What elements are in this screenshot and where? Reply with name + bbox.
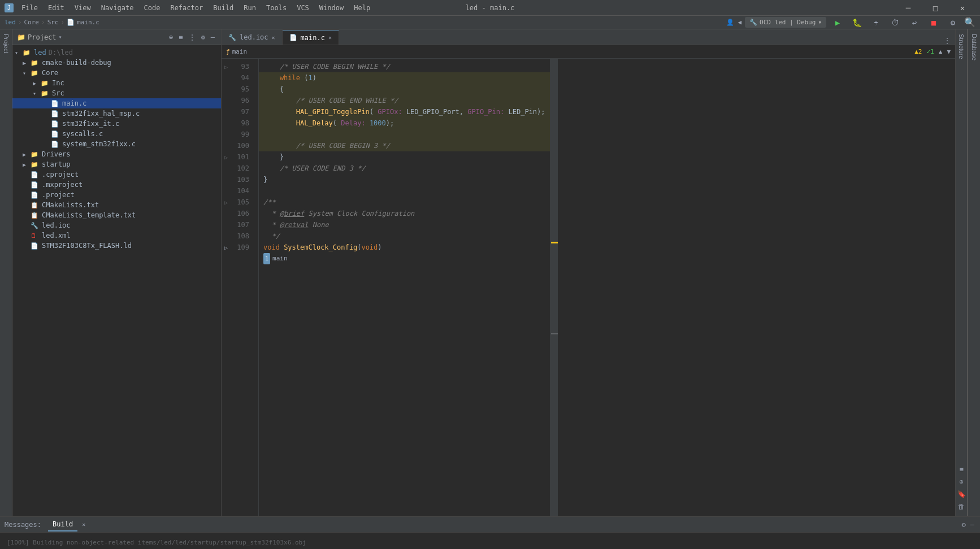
editor-breadcrumb-main[interactable]: main bbox=[232, 48, 248, 55]
hide-icon[interactable]: — bbox=[209, 32, 216, 42]
breadcrumb-item-mainc[interactable]: 📄 main.c bbox=[67, 19, 99, 26]
tab-icon: 🔧 bbox=[228, 34, 236, 41]
structure-icon-2[interactable]: ⊕ bbox=[958, 477, 964, 487]
tree-item-syscalls[interactable]: 📄 syscalls.c bbox=[12, 129, 221, 139]
breadcrumb-sep: › bbox=[18, 19, 22, 26]
run-button[interactable]: ▶ bbox=[830, 15, 845, 30]
menu-refactor[interactable]: Refactor bbox=[166, 3, 207, 13]
search-icon[interactable]: 🔍 bbox=[964, 17, 975, 28]
bookmarks-icon[interactable]: 🔖 bbox=[956, 489, 967, 499]
debug-config-selector[interactable]: 🔧 OCD led | Debug ▾ bbox=[745, 17, 826, 28]
minimize-button[interactable]: ─ bbox=[895, 0, 921, 16]
profile-button[interactable]: ⏱ bbox=[887, 15, 903, 30]
menu-code[interactable]: Code bbox=[140, 3, 165, 13]
trash-icon[interactable]: 🗑 bbox=[957, 502, 966, 512]
tab-label: led.ioc bbox=[240, 33, 268, 41]
close-button[interactable]: ✕ bbox=[949, 0, 975, 16]
tree-item-startup[interactable]: ▶ 📁 startup bbox=[12, 159, 221, 169]
menu-view[interactable]: View bbox=[70, 3, 96, 13]
tree-item-project[interactable]: 📄 .project bbox=[12, 190, 221, 200]
tree-item-flash-ld[interactable]: 📄 STM32F103C8Tx_FLASH.ld bbox=[12, 241, 221, 251]
chevron-down-icon[interactable]: ▾ bbox=[59, 34, 62, 40]
tree-item-mainc[interactable]: 📄 main.c bbox=[12, 98, 221, 108]
messages-tab-bar: Messages: Build ✕ ⚙ — bbox=[0, 517, 980, 533]
menu-file[interactable]: File bbox=[17, 3, 42, 13]
run-gutter[interactable]: ▷ bbox=[222, 242, 231, 253]
tree-item-led-ioc[interactable]: 🔧 led.ioc bbox=[12, 220, 221, 230]
msg-line-scroll: [100%] Building non-object-related items… bbox=[7, 537, 973, 548]
editor-breadcrumb-icon: ƒ bbox=[226, 48, 230, 55]
line-num-98: 98 bbox=[231, 117, 254, 129]
debug-button[interactable]: 🐛 bbox=[849, 15, 865, 30]
maximize-button[interactable]: □ bbox=[922, 0, 948, 16]
coverage-button[interactable]: ☂ bbox=[868, 15, 884, 30]
tree-item-cmake-build[interactable]: ▶ 📁 cmake-build-debug bbox=[12, 58, 221, 68]
tab-icon: 📄 bbox=[289, 34, 297, 41]
stop-button[interactable]: ■ bbox=[926, 15, 942, 30]
code-line-109: void SystemClock_Config(void) bbox=[259, 242, 550, 253]
tree-item-led-xml[interactable]: 🗒 led.xml bbox=[12, 230, 221, 241]
menu-edit[interactable]: Edit bbox=[44, 3, 69, 13]
menu-vcs[interactable]: VCS bbox=[292, 3, 314, 13]
warning-count[interactable]: ▲2 bbox=[914, 48, 922, 55]
project-sidebar-tab[interactable]: Project bbox=[0, 29, 12, 516]
arrow-right: ▶ bbox=[23, 162, 31, 168]
breadcrumb-item-core[interactable]: Core bbox=[24, 19, 40, 26]
close-panel-icon[interactable]: — bbox=[969, 520, 975, 530]
editor-content[interactable]: ▷ ▷ ▷ ▷ bbox=[222, 59, 955, 516]
scroll-down-icon[interactable]: ▼ bbox=[947, 48, 951, 55]
structure-icon-1[interactable]: ≡ bbox=[958, 464, 964, 474]
database-sidebar-tab[interactable]: Database bbox=[968, 29, 980, 516]
tab-close-icon[interactable]: ✕ bbox=[272, 34, 275, 41]
more-tabs-icon[interactable]: ⋮ bbox=[939, 37, 955, 45]
breadcrumb-item-led[interactable]: led bbox=[5, 19, 16, 26]
tab-close-icon[interactable]: ✕ bbox=[328, 34, 332, 41]
profile-icon[interactable]: 👤 bbox=[726, 19, 734, 26]
line-num-109: 109 bbox=[231, 242, 254, 253]
breadcrumb-item-src[interactable]: Src bbox=[47, 19, 59, 26]
structure-label[interactable]: Structure bbox=[957, 29, 966, 64]
code-line-106: * @brief System Clock Configuration bbox=[259, 208, 550, 219]
menu-window[interactable]: Window bbox=[315, 3, 348, 13]
settings-icon[interactable]: ⚙ bbox=[200, 32, 207, 42]
fold-marker[interactable]: ▷ bbox=[222, 61, 231, 72]
tree-item-system[interactable]: 📄 system_stm32f1xx.c bbox=[12, 139, 221, 149]
fold-marker[interactable]: ▷ bbox=[222, 197, 231, 208]
back-icon[interactable]: ◀ bbox=[738, 19, 741, 26]
ld-file-icon: 📄 bbox=[31, 242, 40, 250]
settings-icon[interactable]: ⚙ bbox=[961, 520, 967, 530]
tab-main-c[interactable]: 📄 main.c ✕ bbox=[283, 30, 339, 45]
build-tab-close[interactable]: ✕ bbox=[82, 521, 85, 528]
fold-marker[interactable]: ▷ bbox=[222, 151, 231, 163]
build-tab[interactable]: Build bbox=[48, 518, 77, 531]
expand-icon[interactable]: ⋮ bbox=[187, 32, 197, 42]
step-over[interactable]: ↩ bbox=[907, 15, 922, 30]
menu-build[interactable]: Build bbox=[209, 3, 238, 13]
tree-item-hal-msp[interactable]: 📄 stm32f1xx_hal_msp.c bbox=[12, 108, 221, 119]
tree-item-inc[interactable]: ▶ 📁 Inc bbox=[12, 78, 221, 88]
menu-tools[interactable]: Tools bbox=[262, 3, 291, 13]
settings-button[interactable]: ⚙ bbox=[945, 15, 961, 30]
tree-item-cproject[interactable]: 📄 .cproject bbox=[12, 169, 221, 180]
tree-item-cmake-txt[interactable]: 📋 CMakeLists.txt bbox=[12, 200, 221, 210]
tree-item-drivers[interactable]: ▶ 📁 Drivers bbox=[12, 149, 221, 159]
tab-led-ioc[interactable]: 🔧 led.ioc ✕ bbox=[222, 30, 283, 45]
tree-item-it-c[interactable]: 📄 stm32f1xx_it.c bbox=[12, 119, 221, 129]
menu-run[interactable]: Run bbox=[239, 3, 261, 13]
code-content[interactable]: /* USER CODE BEGIN WHILE */ while (1) { … bbox=[259, 59, 550, 516]
scroll-up-icon[interactable]: ▲ bbox=[939, 48, 943, 55]
locate-icon[interactable]: ⊕ bbox=[167, 32, 175, 42]
tree-item-core[interactable]: ▾ 📁 Core bbox=[12, 68, 221, 78]
tree-item-led[interactable]: ▾ 📁 led D:\led bbox=[12, 47, 221, 58]
tree-label: Core bbox=[42, 69, 58, 77]
tree-item-src[interactable]: ▾ 📁 Src bbox=[12, 88, 221, 98]
menu-navigate[interactable]: Navigate bbox=[97, 3, 138, 13]
tree-item-cmake-template[interactable]: 📋 CMakeLists_template.txt bbox=[12, 210, 221, 220]
check-count[interactable]: ✓1 bbox=[927, 48, 934, 55]
tree-label: CMakeLists_template.txt bbox=[42, 211, 136, 219]
code-scrollbar[interactable] bbox=[550, 59, 558, 516]
collapse-all-icon[interactable]: ≡ bbox=[177, 32, 184, 42]
menu-help[interactable]: Help bbox=[349, 3, 375, 13]
code-line-108: */ bbox=[259, 230, 550, 242]
tree-item-mxproject[interactable]: 📄 .mxproject bbox=[12, 180, 221, 190]
